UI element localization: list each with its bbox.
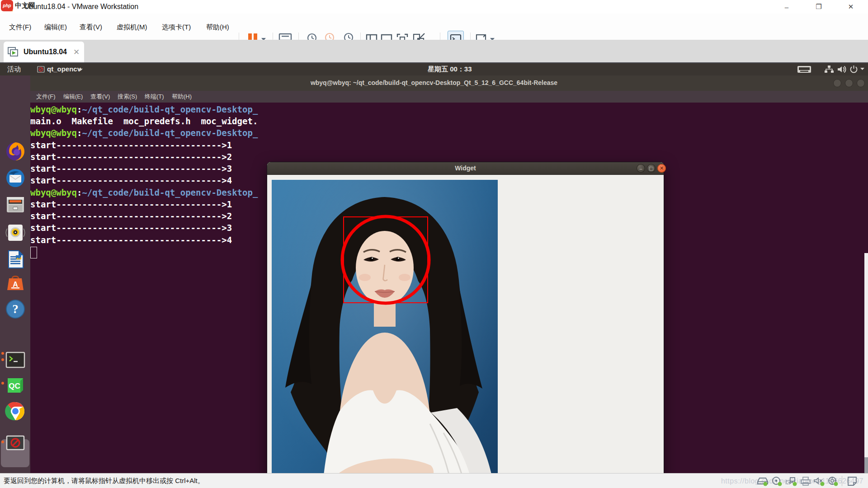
terminal-line: start-------------------------------->1 <box>30 199 232 211</box>
libreoffice-writer-icon[interactable] <box>5 249 26 270</box>
svg-text:A: A <box>13 281 18 288</box>
terminal-line: wbyq@wbyq:~/qt_code/build-qt_opencv-Desk… <box>30 188 258 199</box>
terminal-app-icon[interactable] <box>5 350 26 371</box>
vmware-titlebar: Ubuntu18.04 - VMware Workstation – ❐ ✕ <box>0 0 868 14</box>
status-message: 要返回到您的计算机，请将鼠标指针从虚拟机中移出或按 Ctrl+Alt。 <box>4 477 204 485</box>
php-logo-badge: php <box>1 0 13 11</box>
menu-tabs[interactable]: 选项卡(T) <box>159 21 193 33</box>
menu-help[interactable]: 帮助(H) <box>203 21 232 33</box>
widget-title: Widget <box>267 164 664 172</box>
window-title: Ubuntu18.04 - VMware Workstation <box>24 3 138 11</box>
running-indicator-dot <box>1 358 4 361</box>
menu-edit[interactable]: 编辑(E) <box>42 21 70 33</box>
scrollbar-thumb[interactable] <box>864 457 868 473</box>
widget-maximize-button[interactable]: ▢ <box>647 164 656 173</box>
network-adapter-icon[interactable] <box>785 476 797 486</box>
terminal-menu-edit[interactable]: 编辑(E) <box>63 93 83 101</box>
terminal-line: wbyq@wbyq:~/qt_code/build-qt_opencv-Desk… <box>30 128 258 140</box>
svg-text:QC: QC <box>9 382 20 390</box>
widget-minimize-button[interactable]: – <box>637 164 645 173</box>
message-log-icon[interactable] <box>846 476 858 486</box>
php-logo-text: 中文网 <box>15 1 35 10</box>
minimize-button[interactable]: – <box>776 0 797 14</box>
terminal-minimize-button[interactable] <box>833 79 841 87</box>
ubuntu-software-icon[interactable]: A <box>5 272 26 293</box>
vm-powered-on-icon <box>7 47 20 57</box>
widget-close-button[interactable]: ✕ <box>657 164 666 173</box>
files-icon[interactable] <box>5 194 26 215</box>
terminal-menu-search[interactable]: 搜索(S) <box>118 93 137 101</box>
help-icon[interactable]: ? <box>5 299 26 319</box>
terminal-menu-help[interactable]: 帮助(H) <box>172 93 192 101</box>
menu-view[interactable]: 查看(V) <box>77 21 105 33</box>
network-icon[interactable] <box>824 65 835 74</box>
widget-titlebar[interactable]: Widget – ▢ ✕ <box>267 162 664 175</box>
vm-display: 活动 qt_opencv 星期五 00：33 <box>0 63 868 473</box>
terminal-menu-file[interactable]: 文件(F) <box>36 93 56 101</box>
qt-opencv-app-icon[interactable] <box>5 432 26 453</box>
terminal-line: start-------------------------------->3 <box>30 164 232 175</box>
app-indicator-icon <box>37 66 45 73</box>
rhythmbox-icon[interactable] <box>5 222 26 243</box>
terminal-titlebar[interactable]: wbyq@wbyq: ~/qt_code/build-qt_opencv-Des… <box>0 75 868 91</box>
ubuntu-dock: A ? QC <box>0 75 30 473</box>
running-indicator-dot <box>1 441 4 443</box>
close-button[interactable]: ✕ <box>840 0 861 14</box>
chevron-down-icon[interactable] <box>860 67 865 71</box>
vmware-tabbar: Ubuntu18.04 ✕ <box>0 40 868 63</box>
vmware-menubar: 文件(F) 编辑(E) 查看(V) 虚拟机(M) 选项卡(T) 帮助(H) <box>0 14 868 40</box>
menu-file[interactable]: 文件(F) <box>6 21 34 33</box>
screenshot-root: Ubuntu18.04 - VMware Workstation – ❐ ✕ p… <box>0 0 868 488</box>
vmware-statusbar: https://blog.csdn.net/xiaolong1126626497… <box>0 473 868 488</box>
tab-close-icon[interactable]: ✕ <box>73 47 80 57</box>
focused-app-menu[interactable]: qt_opencv <box>47 65 81 73</box>
qt-widget-window: Widget – ▢ ✕ <box>267 162 664 473</box>
scrollbar[interactable] <box>864 253 868 473</box>
terminal-menubar: 文件(F) 编辑(E) 查看(V) 搜索(S) 终端(T) 帮助(H) <box>0 91 868 103</box>
terminal-line: start-------------------------------->4 <box>30 175 232 187</box>
terminal-line: start-------------------------------->2 <box>30 152 232 164</box>
portrait-photo <box>272 180 498 473</box>
terminal-line: start-------------------------------->2 <box>30 211 232 223</box>
clock[interactable]: 星期五 00：33 <box>428 65 472 74</box>
tab-ubuntu[interactable]: Ubuntu18.04 ✕ <box>4 42 84 62</box>
firefox-icon[interactable] <box>5 141 26 162</box>
volume-icon[interactable] <box>836 65 847 74</box>
qt-creator-icon[interactable]: QC <box>5 375 26 395</box>
printer-icon[interactable] <box>799 476 812 486</box>
running-indicator-dot <box>1 382 4 385</box>
ubuntu-topbar: 活动 qt_opencv 星期五 00：33 <box>0 63 868 75</box>
sound-icon[interactable] <box>813 476 826 486</box>
terminal-line: start-------------------------------->1 <box>30 140 232 152</box>
chevron-down-icon <box>78 68 83 72</box>
thunderbird-icon[interactable] <box>5 168 26 188</box>
keyboard-layout-icon[interactable] <box>797 65 812 74</box>
terminal-line: start-------------------------------->4 <box>30 235 232 247</box>
terminal-menu-terminal[interactable]: 终端(T) <box>145 93 164 101</box>
cd-rom-icon[interactable] <box>770 476 783 486</box>
terminal-cursor <box>30 247 37 258</box>
terminal-menu-view[interactable]: 查看(V) <box>90 93 110 101</box>
chrome-icon[interactable] <box>5 401 26 422</box>
terminal-close-button[interactable] <box>857 79 865 87</box>
usb-device-icon[interactable] <box>826 476 839 486</box>
hard-disk-icon[interactable] <box>756 476 769 486</box>
tab-label: Ubuntu18.04 <box>24 48 67 56</box>
terminal-line: start-------------------------------->3 <box>30 223 232 235</box>
svg-text:?: ? <box>12 302 19 316</box>
menu-vm[interactable]: 虚拟机(M) <box>114 21 150 33</box>
activities-button[interactable]: 活动 <box>7 65 21 74</box>
running-indicator-dot <box>1 352 4 355</box>
power-icon[interactable] <box>849 65 859 74</box>
terminal-title: wbyq@wbyq: ~/qt_code/build-qt_opencv-Des… <box>0 79 868 86</box>
terminal-line: main.o Makefile moc_predefs.h moc_widget… <box>30 116 258 128</box>
terminal-line: wbyq@wbyq:~/qt_code/build-qt_opencv-Desk… <box>30 104 258 116</box>
terminal-maximize-button[interactable] <box>845 79 853 87</box>
maximize-button[interactable]: ❐ <box>808 0 829 14</box>
